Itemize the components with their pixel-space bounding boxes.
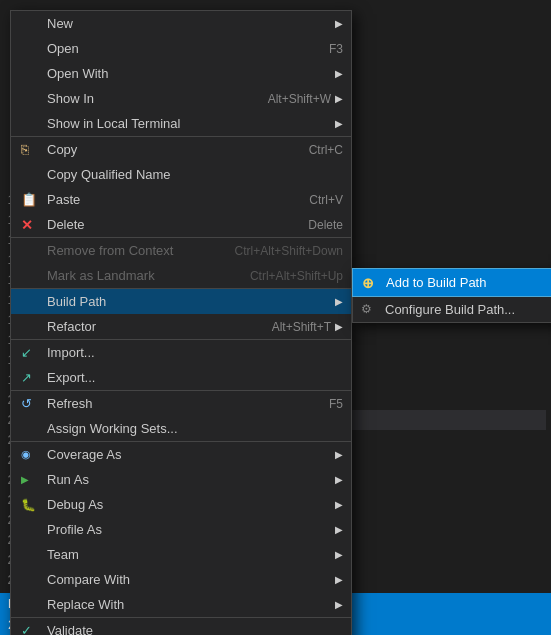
- copy-icon: ⎘: [21, 142, 29, 157]
- mark-landmark-label: Mark as Landmark: [47, 268, 250, 283]
- arrow-icon: ▶: [335, 321, 343, 332]
- build-path-submenu: ⊕ Add to Build Path ⚙ Configure Build Pa…: [352, 268, 551, 323]
- menu-item-delete[interactable]: ✕ Delete Delete: [11, 212, 351, 238]
- configure-build-path-icon: ⚙: [361, 302, 372, 316]
- refresh-label: Refresh: [47, 396, 329, 411]
- show-in-shortcut: Alt+Shift+W: [268, 92, 331, 106]
- menu-item-open-with[interactable]: Open With ▶: [11, 61, 351, 86]
- show-in-label: Show In: [47, 91, 268, 106]
- menu-item-new[interactable]: New ▶: [11, 11, 351, 36]
- menu-item-debug-as[interactable]: 🐛 Debug As ▶: [11, 492, 351, 517]
- arrow-icon: ▶: [335, 524, 343, 535]
- paste-label: Paste: [47, 192, 309, 207]
- arrow-icon: ▶: [335, 93, 343, 104]
- validate-label: Validate: [47, 623, 343, 635]
- menu-item-mark-landmark[interactable]: Mark as Landmark Ctrl+Alt+Shift+Up: [11, 263, 351, 289]
- open-label: Open: [47, 41, 329, 56]
- menu-item-run-as[interactable]: ▶ Run As ▶: [11, 467, 351, 492]
- refresh-shortcut: F5: [329, 397, 343, 411]
- remove-context-shortcut: Ctrl+Alt+Shift+Down: [235, 244, 343, 258]
- menu-item-remove-context[interactable]: Remove from Context Ctrl+Alt+Shift+Down: [11, 238, 351, 263]
- menu-item-import[interactable]: ↙ Import...: [11, 340, 351, 365]
- menu-item-validate[interactable]: ✓ Validate: [11, 618, 351, 635]
- delete-label: Delete: [47, 217, 308, 232]
- remove-context-label: Remove from Context: [47, 243, 235, 258]
- menu-item-refresh[interactable]: ↺ Refresh F5: [11, 391, 351, 416]
- build-path-label: Build Path: [47, 294, 335, 309]
- submenu-item-configure-build-path[interactable]: ⚙ Configure Build Path...: [353, 296, 551, 322]
- compare-with-label: Compare With: [47, 572, 335, 587]
- delete-shortcut: Delete: [308, 218, 343, 232]
- menu-item-team[interactable]: Team ▶: [11, 542, 351, 567]
- debug-icon: 🐛: [21, 498, 36, 512]
- paste-icon: 📋: [21, 192, 37, 207]
- arrow-icon: ▶: [335, 474, 343, 485]
- run-icon: ▶: [21, 474, 29, 485]
- export-icon: ↗: [21, 370, 32, 385]
- delete-icon: ✕: [21, 217, 33, 233]
- arrow-icon: ▶: [335, 549, 343, 560]
- new-label: New: [47, 16, 335, 31]
- validate-icon: ✓: [21, 623, 32, 635]
- arrow-icon: ▶: [335, 68, 343, 79]
- refactor-shortcut: Alt+Shift+T: [272, 320, 331, 334]
- menu-item-compare-with[interactable]: Compare With ▶: [11, 567, 351, 592]
- export-label: Export...: [47, 370, 343, 385]
- replace-with-label: Replace With: [47, 597, 335, 612]
- context-menu: New ▶ Open F3 Open With ▶ Show In Alt+Sh…: [10, 10, 352, 635]
- configure-build-path-label: Configure Build Path...: [385, 302, 515, 317]
- menu-item-show-in[interactable]: Show In Alt+Shift+W ▶: [11, 86, 351, 111]
- add-build-path-label: Add to Build Path: [386, 275, 486, 290]
- mark-landmark-shortcut: Ctrl+Alt+Shift+Up: [250, 269, 343, 283]
- copy-shortcut: Ctrl+C: [309, 143, 343, 157]
- coverage-label: Coverage As: [47, 447, 335, 462]
- menu-item-export[interactable]: ↗ Export...: [11, 365, 351, 391]
- arrow-icon: ▶: [335, 599, 343, 610]
- menu-item-refactor[interactable]: Refactor Alt+Shift+T ▶: [11, 314, 351, 340]
- menu-item-paste[interactable]: 📋 Paste Ctrl+V: [11, 187, 351, 212]
- coverage-icon: ◉: [21, 448, 31, 461]
- open-with-label: Open With: [47, 66, 335, 81]
- menu-item-copy[interactable]: ⎘ Copy Ctrl+C: [11, 137, 351, 162]
- menu-item-copy-qualified[interactable]: Copy Qualified Name: [11, 162, 351, 187]
- profile-as-label: Profile As: [47, 522, 335, 537]
- arrow-icon: ▶: [335, 449, 343, 460]
- run-as-label: Run As: [47, 472, 335, 487]
- import-icon: ↙: [21, 345, 32, 360]
- menu-item-show-local[interactable]: Show in Local Terminal ▶: [11, 111, 351, 137]
- menu-item-coverage[interactable]: ◉ Coverage As ▶: [11, 442, 351, 467]
- submenu-item-add-build-path[interactable]: ⊕ Add to Build Path: [353, 269, 551, 296]
- menu-item-build-path[interactable]: Build Path ▶: [11, 289, 351, 314]
- team-label: Team: [47, 547, 335, 562]
- add-build-path-icon: ⊕: [362, 275, 374, 291]
- menu-item-profile-as[interactable]: Profile As ▶: [11, 517, 351, 542]
- open-shortcut: F3: [329, 42, 343, 56]
- menu-item-open[interactable]: Open F3: [11, 36, 351, 61]
- refactor-label: Refactor: [47, 319, 272, 334]
- arrow-icon: ▶: [335, 296, 343, 307]
- arrow-icon: ▶: [335, 118, 343, 129]
- show-local-label: Show in Local Terminal: [47, 116, 335, 131]
- arrow-icon: ▶: [335, 499, 343, 510]
- arrow-icon: ▶: [335, 574, 343, 585]
- paste-shortcut: Ctrl+V: [309, 193, 343, 207]
- refresh-icon: ↺: [21, 396, 32, 411]
- debug-as-label: Debug As: [47, 497, 335, 512]
- working-sets-label: Assign Working Sets...: [47, 421, 343, 436]
- import-label: Import...: [47, 345, 343, 360]
- menu-item-working-sets[interactable]: Assign Working Sets...: [11, 416, 351, 442]
- copy-qualified-label: Copy Qualified Name: [47, 167, 343, 182]
- menu-item-replace-with[interactable]: Replace With ▶: [11, 592, 351, 618]
- arrow-icon: ▶: [335, 18, 343, 29]
- copy-label: Copy: [47, 142, 309, 157]
